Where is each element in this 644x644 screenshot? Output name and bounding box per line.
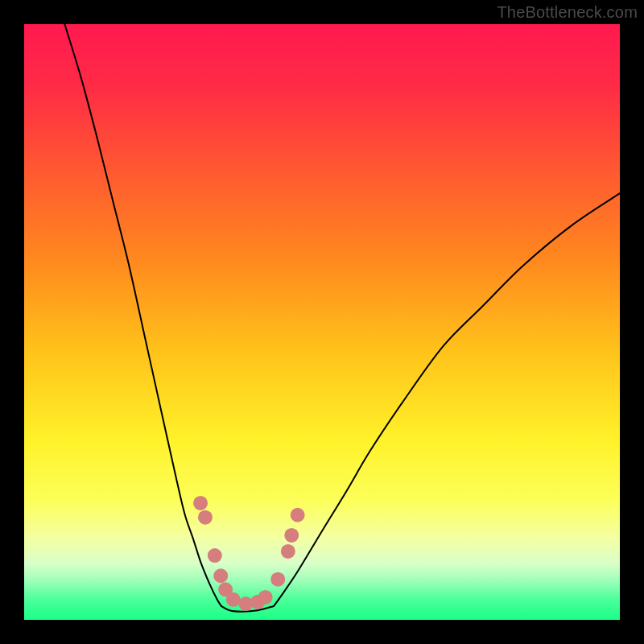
data-point [198, 510, 213, 525]
data-point [281, 544, 295, 559]
curve-layer [24, 24, 620, 620]
curve-right [274, 193, 620, 606]
data-point [208, 548, 222, 563]
chart-frame: TheBottleneck.com [0, 0, 644, 644]
data-point [258, 590, 273, 605]
attribution-text: TheBottleneck.com [497, 3, 638, 22]
data-point [291, 508, 305, 522]
data-point-markers [193, 496, 305, 611]
data-point [213, 568, 228, 583]
data-point [226, 592, 241, 607]
curve-left [64, 24, 221, 606]
plot-area [24, 24, 620, 620]
data-point [284, 528, 299, 543]
data-point [193, 496, 208, 510]
data-point [270, 572, 285, 587]
